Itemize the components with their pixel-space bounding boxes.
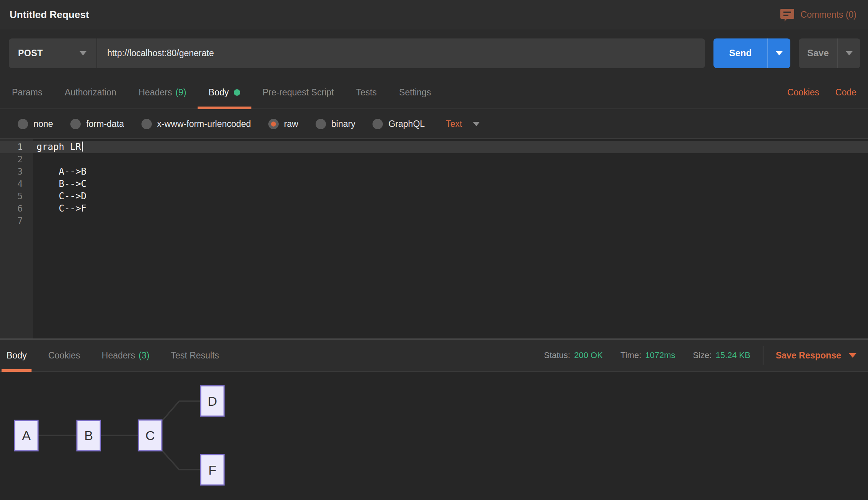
request-bar: POST http://localhost:80/generate Send S…: [0, 30, 868, 76]
line-number: 1: [0, 141, 33, 153]
editor-content[interactable]: graph LR A-->B B-->C C-->D C-->F: [33, 139, 868, 338]
response-meta: Status: 200 OK Time: 1072ms Size: 15.24 …: [526, 340, 856, 371]
node-a: A: [15, 420, 38, 451]
save-dropdown-button[interactable]: [837, 38, 860, 68]
radio-label: x-www-form-urlencoded: [157, 119, 251, 129]
tab-label: Settings: [399, 87, 431, 98]
edge-c-f: [162, 450, 201, 470]
body-type-graphql[interactable]: GraphQL: [372, 119, 425, 129]
tab-label: Body: [209, 87, 229, 98]
code-line: A-->B: [37, 165, 868, 178]
save-button[interactable]: Save: [799, 38, 837, 68]
tab-tests[interactable]: Tests: [345, 76, 388, 108]
tab-params[interactable]: Params: [1, 76, 53, 108]
size-value: 15.24 KB: [715, 350, 750, 360]
line-number: 5: [0, 190, 33, 202]
time-label: Time:: [620, 350, 641, 360]
save-response-label: Save Response: [776, 350, 841, 361]
save-button-group: Save: [799, 38, 860, 68]
code-text: C-->F: [37, 203, 86, 214]
response-header: Body Cookies Headers (3) Test Results St…: [0, 340, 868, 372]
size-label: Size:: [693, 350, 712, 360]
tab-label: Params: [12, 87, 42, 98]
tab-authorization[interactable]: Authorization: [53, 76, 127, 108]
cookies-link[interactable]: Cookies: [787, 87, 819, 98]
chevron-down-icon: [776, 51, 783, 55]
body-type-raw[interactable]: raw: [268, 119, 298, 129]
node-c: C: [138, 420, 162, 451]
tab-label: Cookies: [48, 350, 80, 361]
node-f: F: [201, 455, 224, 485]
body-type-binary[interactable]: binary: [316, 119, 356, 129]
status-value: 200 OK: [574, 350, 603, 360]
body-type-urlencoded[interactable]: x-www-form-urlencoded: [141, 119, 251, 129]
time-indicator: Time: 1072ms: [620, 350, 675, 360]
chevron-down-icon: [846, 51, 853, 55]
response-tab-test-results[interactable]: Test Results: [166, 340, 224, 371]
code-text: A-->B: [37, 166, 86, 177]
code-link[interactable]: Code: [835, 87, 856, 98]
tab-settings[interactable]: Settings: [388, 76, 442, 108]
method-select[interactable]: POST: [9, 38, 97, 68]
send-button[interactable]: Send: [713, 38, 767, 68]
node-label: C: [145, 428, 155, 443]
tab-body[interactable]: Body: [198, 76, 251, 108]
response-tab-headers[interactable]: Headers (3): [97, 340, 155, 371]
radio-icon: [372, 119, 383, 129]
tab-pre-request-script[interactable]: Pre-request Script: [251, 76, 345, 108]
tab-label: Test Results: [171, 350, 219, 361]
code-line: graph LR: [37, 141, 868, 153]
status-indicator: Status: 200 OK: [544, 350, 603, 360]
body-type-form-data[interactable]: form-data: [70, 119, 124, 129]
response-tabs: Body Cookies Headers (3) Test Results: [2, 340, 224, 371]
send-button-group: Send: [713, 38, 790, 68]
tab-label: Headers: [139, 87, 172, 98]
line-number: 3: [0, 165, 33, 178]
radio-selected-icon: [268, 119, 279, 129]
radio-label: none: [33, 119, 53, 129]
radio-icon: [316, 119, 326, 129]
format-label: Text: [446, 119, 462, 129]
node-d: D: [201, 386, 224, 416]
tab-label: Pre-request Script: [263, 87, 334, 98]
page-title: Untitled Request: [10, 9, 89, 21]
tab-label: Headers: [102, 350, 135, 361]
url-value: http://localhost:80/generate: [107, 48, 214, 58]
code-line: [37, 153, 868, 165]
text-cursor: [82, 142, 83, 152]
line-number: 4: [0, 178, 33, 190]
node-b: B: [77, 420, 100, 451]
tab-links: Cookies Code: [787, 76, 856, 108]
tab-headers[interactable]: Headers (9): [128, 76, 198, 108]
size-indicator: Size: 15.24 KB: [693, 350, 750, 360]
url-input[interactable]: http://localhost:80/generate: [97, 38, 705, 68]
app-window: Untitled Request Comments (0) POST http:…: [0, 0, 868, 500]
body-type-row: none form-data x-www-form-urlencoded raw…: [0, 109, 868, 138]
format-select[interactable]: Text: [446, 119, 480, 129]
tab-count: (9): [175, 87, 186, 98]
topbar: Untitled Request Comments (0): [0, 0, 868, 30]
code-text: B-->C: [37, 178, 86, 189]
body-type-none[interactable]: none: [18, 119, 53, 129]
tab-label: Tests: [356, 87, 377, 98]
response-body: A B C D F: [0, 372, 868, 500]
send-dropdown-button[interactable]: [767, 38, 790, 68]
body-editor[interactable]: 1 2 3 4 5 6 7 graph LR A-->B B-->C C-->D…: [0, 138, 868, 340]
comments-button[interactable]: Comments (0): [780, 8, 856, 22]
radio-icon: [70, 119, 81, 129]
radio-label: GraphQL: [388, 119, 425, 129]
request-tabs: Params Authorization Headers (9) Body Pr…: [0, 76, 868, 109]
radio-label: binary: [331, 119, 356, 129]
comment-icon: [780, 8, 794, 22]
save-response-button[interactable]: Save Response: [776, 350, 856, 361]
tab-label: Authorization: [65, 87, 116, 98]
response-tab-cookies[interactable]: Cookies: [43, 340, 85, 371]
tab-count: (3): [138, 350, 149, 361]
flowchart-diagram: A B C D F: [0, 372, 269, 500]
radio-icon: [141, 119, 152, 129]
line-number: 7: [0, 215, 33, 227]
edge-c-d: [162, 401, 201, 421]
time-value: 1072ms: [645, 350, 675, 360]
node-label: A: [22, 428, 31, 443]
response-tab-body[interactable]: Body: [2, 340, 32, 371]
